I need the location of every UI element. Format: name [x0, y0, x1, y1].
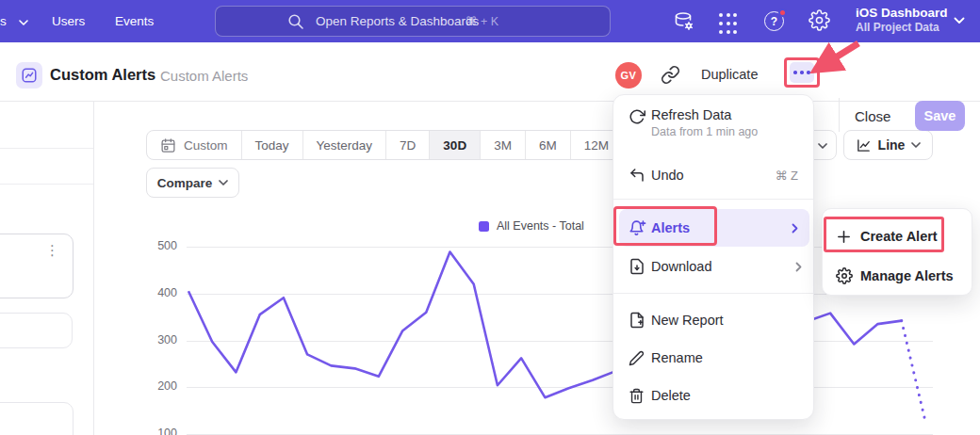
- ellipsis-dot: [807, 71, 810, 74]
- submenu-arrow-icon: [795, 262, 802, 272]
- pencil-icon: [629, 349, 646, 367]
- report-context-menu: Refresh Data Data from 1 min ago Undo ⌘ …: [612, 94, 814, 420]
- chevron-down-icon: [911, 142, 921, 148]
- grid-dot: [719, 13, 723, 17]
- search-placeholder: Open Reports & Dashboards: [316, 14, 479, 28]
- download-label: Download: [651, 259, 712, 274]
- menu-separator: [613, 293, 813, 294]
- range-30d-selected[interactable]: 30D: [429, 131, 480, 159]
- save-button[interactable]: Save: [915, 101, 965, 131]
- header-divider: [839, 98, 840, 132]
- grid-dot: [727, 22, 730, 25]
- copy-link-button[interactable]: [661, 65, 681, 86]
- range-7d[interactable]: 7D: [385, 131, 429, 159]
- project-scope: All Project Data: [856, 21, 948, 34]
- alerts-submenu: Create Alert Manage Alerts: [822, 208, 972, 296]
- calendar-icon: [160, 137, 176, 153]
- more-options-button[interactable]: [790, 62, 814, 83]
- menu-item-alerts[interactable]: Alerts: [619, 209, 809, 247]
- grid-dot: [727, 30, 730, 34]
- compare-label: Compare: [157, 176, 213, 190]
- submenu-item-manage-alerts[interactable]: Manage Alerts: [823, 260, 972, 292]
- grid-dot: [719, 30, 723, 34]
- menu-item-rename[interactable]: Rename: [613, 345, 813, 371]
- legend-label: All Events - Total: [497, 219, 584, 233]
- legend-swatch: [479, 221, 489, 232]
- compare-button[interactable]: Compare: [146, 168, 239, 198]
- range-today[interactable]: Today: [241, 131, 302, 159]
- rename-label: Rename: [651, 350, 703, 365]
- chart-type-button[interactable]: Line: [843, 130, 933, 160]
- refresh-label: Refresh Data: [651, 107, 731, 122]
- range-custom[interactable]: Custom: [147, 131, 241, 159]
- range-yesterday[interactable]: Yesterday: [302, 131, 386, 159]
- project-name: iOS Dashboard: [856, 6, 948, 21]
- menu-item-new-report[interactable]: New Report: [613, 307, 813, 333]
- close-button[interactable]: Close: [855, 108, 890, 124]
- grid-dot: [733, 13, 737, 17]
- legend-item[interactable]: All Events - Total: [479, 219, 584, 233]
- y-axis-label: 400: [139, 286, 177, 299]
- project-chevron-down-icon[interactable]: [954, 17, 965, 24]
- submenu-item-create-alert[interactable]: Create Alert: [823, 220, 972, 252]
- chevron-down-icon: [818, 143, 827, 149]
- chevron-down-icon: [19, 20, 28, 25]
- gridline: [187, 341, 933, 342]
- y-axis-label: 100: [139, 427, 177, 435]
- nav-item-clipped[interactable]: s: [0, 0, 28, 42]
- avatar[interactable]: GV: [615, 62, 642, 89]
- apps-grid-icon[interactable]: [719, 13, 742, 36]
- nav-item-events[interactable]: Events: [115, 0, 154, 42]
- range-6m[interactable]: 6M: [525, 131, 570, 159]
- database-icon: [673, 10, 695, 33]
- manage-alerts-label: Manage Alerts: [860, 268, 954, 283]
- trash-icon: [629, 387, 646, 405]
- link-icon: [661, 65, 680, 85]
- range-3m[interactable]: 3M: [480, 131, 525, 159]
- undo-shortcut: ⌘ Z: [775, 169, 798, 183]
- menu-item-undo[interactable]: Undo ⌘ Z: [613, 162, 813, 188]
- report-header: Custom Alerts Custom Alerts GV Duplicate…: [0, 42, 980, 102]
- duplicate-button[interactable]: Duplicate: [701, 67, 758, 82]
- delete-label: Delete: [651, 388, 691, 403]
- app-window: s Users Events Open Reports & Dashboards…: [0, 0, 980, 435]
- data-management-icon[interactable]: [673, 10, 695, 33]
- search-icon: [287, 13, 304, 30]
- chart-type-label: Line: [878, 137, 906, 153]
- search-bar[interactable]: Open Reports & Dashboards ⌘ + K: [215, 6, 611, 37]
- new-file-icon: [629, 312, 646, 330]
- submenu-arrow-icon: [792, 223, 798, 234]
- ellipsis-dot: [800, 71, 804, 74]
- gridline: [187, 294, 933, 295]
- report-type-icon: [16, 62, 42, 89]
- project-switcher[interactable]: iOS Dashboard All Project Data: [856, 6, 948, 34]
- y-axis-label: 200: [139, 379, 177, 393]
- date-range-segmented-control: Custom Today Yesterday 7D 30D 3M 6M 12M: [146, 130, 623, 160]
- search-shortcut: ⌘ + K: [466, 14, 498, 28]
- grid-dot: [733, 22, 737, 25]
- nav-item-clipped-label: s: [0, 14, 7, 28]
- y-axis-label: 500: [139, 239, 177, 252]
- alerts-label: Alerts: [651, 220, 690, 235]
- menu-item-download[interactable]: Download: [613, 253, 813, 280]
- create-alert-label: Create Alert: [860, 229, 938, 244]
- menu-item-refresh-data[interactable]: Refresh Data Data from 1 min ago: [613, 105, 813, 146]
- help-icon[interactable]: ?: [764, 11, 784, 31]
- bell-plus-icon: [629, 219, 646, 237]
- grid-dot: [733, 30, 737, 34]
- top-nav-bar: s Users Events Open Reports & Dashboards…: [0, 0, 980, 42]
- menu-item-delete[interactable]: Delete: [613, 382, 813, 409]
- breadcrumb: Custom Alerts: [160, 68, 248, 84]
- chevron-down-icon: [219, 180, 228, 185]
- gridline: [187, 387, 933, 388]
- help-question-glyph: ?: [764, 11, 784, 31]
- ellipsis-dot: [793, 71, 797, 74]
- refresh-subtitle: Data from 1 min ago: [651, 125, 758, 138]
- page-title: Custom Alerts: [50, 66, 155, 84]
- refresh-icon: [629, 107, 646, 125]
- line-chart-icon: [856, 137, 872, 153]
- nav-item-users[interactable]: Users: [52, 0, 85, 42]
- settings-gear-icon[interactable]: [808, 9, 831, 32]
- range-label: Custom: [184, 138, 228, 153]
- plus-icon: [836, 228, 854, 246]
